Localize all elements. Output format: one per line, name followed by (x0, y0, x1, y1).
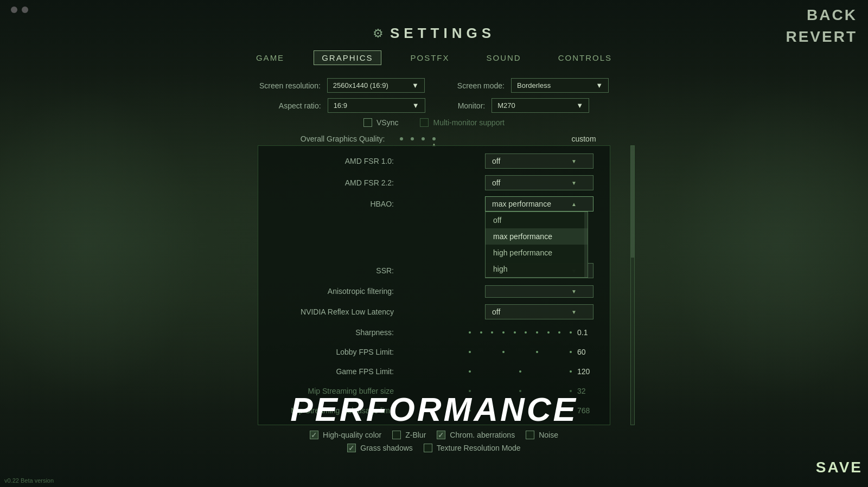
hbao-dropdown[interactable]: max performance ▲ (485, 196, 593, 212)
amd-fsr22-value: off (492, 178, 500, 187)
amd-fsr10-row: AMD FSR 1.0: off ▼ (275, 150, 593, 172)
slider-dot (519, 370, 521, 373)
zblur-label: Z-Blur (405, 431, 426, 439)
high-quality-color-label: High-quality color (323, 431, 381, 439)
tab-sound[interactable]: SOUND (479, 51, 529, 65)
chevron-down-icon-9: ▼ (571, 309, 577, 315)
slider-dot (570, 351, 572, 353)
amd-fsr22-control: off ▼ (394, 175, 593, 190)
slider-dot (469, 370, 471, 373)
vsync-multimonitor-row: VSync Multi-monitor support (0, 116, 868, 129)
version-text: v0.22 Beta version (4, 477, 54, 484)
amd-fsr22-row: AMD FSR 2.2: off ▼ (275, 172, 593, 194)
hbao-value: max performance (492, 200, 551, 208)
vertical-scrollbar[interactable] (630, 145, 635, 425)
back-button[interactable]: BACK (796, 4, 868, 26)
vsync-item[interactable]: VSync (363, 118, 398, 127)
zblur-checkbox[interactable] (392, 431, 401, 439)
hbao-option-max-performance[interactable]: max performance (486, 228, 588, 245)
chevron-down-icon-6: ▼ (571, 180, 577, 186)
slider-dot (469, 351, 471, 353)
nav-tabs: GAME GRAPHICS POSTFX SOUND CONTROLS (0, 44, 868, 74)
nvidia-reflex-dropdown[interactable]: off ▼ (485, 304, 593, 319)
quality-dot-4 (432, 137, 436, 140)
screen-resolution-value: 2560x1440 (16:9) (333, 81, 388, 89)
hbao-option-high[interactable]: high (486, 261, 588, 277)
screen-mode-value: Borderless (517, 81, 551, 89)
main-settings-panel: AMD FSR 1.0: off ▼ AMD FSR 2.2: off ▼ (258, 145, 610, 425)
aspect-ratio-value: 16:9 (334, 101, 347, 110)
quality-dot-2 (411, 137, 414, 140)
window-titlebar (0, 0, 868, 20)
screen-mode-dropdown[interactable]: Borderless ▼ (511, 78, 609, 93)
tab-controls[interactable]: CONTROLS (551, 51, 620, 65)
quality-dot-3 (422, 137, 425, 140)
gear-icon: ⚙ (373, 27, 384, 41)
top-settings: Screen resolution: 2560x1440 (16:9) ▼ Sc… (217, 74, 651, 96)
aspect-ratio-label: Aspect ratio: (279, 101, 321, 110)
tab-graphics[interactable]: GRAPHICS (314, 50, 381, 65)
chevron-down-icon-5: ▼ (571, 158, 577, 164)
sharpness-value: 0.1 (577, 328, 593, 337)
dropdown-scrollbar[interactable] (584, 212, 588, 277)
lobby-fps-slider[interactable] (469, 351, 572, 353)
nvidia-reflex-control: off ▼ (394, 304, 593, 319)
quality-dot-1 (400, 137, 403, 140)
hbao-control: max performance ▲ off max performance hi… (394, 196, 593, 212)
zblur-item[interactable]: Z-Blur (392, 431, 426, 439)
mip-disk-value: 768 (577, 406, 593, 415)
grass-shadows-item[interactable]: ✓ Grass shadows (347, 444, 412, 452)
screen-mode-label: Screen mode: (457, 81, 505, 90)
game-fps-value: 120 (577, 367, 593, 376)
aniso-control: ▼ (394, 285, 593, 298)
window-controls (11, 7, 28, 13)
texture-mode-checkbox[interactable] (424, 444, 432, 452)
lobby-fps-control: 60 (394, 348, 593, 356)
revert-button[interactable]: REVERT (775, 26, 868, 48)
multimonitor-label: Multi-monitor support (433, 118, 505, 127)
quality-value: custom (571, 134, 596, 143)
amd-fsr10-value: off (492, 157, 500, 165)
noise-label: Noise (539, 431, 558, 439)
slider-dot (570, 331, 572, 334)
hbao-option-high-performance[interactable]: high performance (486, 245, 588, 261)
lobby-fps-value: 60 (577, 348, 593, 356)
chevron-down-icon-2: ▼ (596, 81, 603, 89)
grass-shadows-checkbox[interactable]: ✓ (347, 444, 356, 452)
chevron-up-icon: ▲ (571, 201, 577, 207)
vsync-checkbox[interactable] (363, 118, 372, 127)
aniso-dropdown[interactable]: ▼ (485, 285, 593, 298)
maximize-button[interactable] (22, 7, 28, 13)
game-fps-slider[interactable] (469, 370, 572, 373)
tab-postfx[interactable]: POSTFX (403, 51, 457, 65)
monitor-dropdown[interactable]: M270 ▼ (492, 98, 589, 113)
noise-item[interactable]: Noise (526, 431, 558, 439)
multimonitor-checkbox[interactable] (420, 118, 429, 127)
multimonitor-item: Multi-monitor support (420, 118, 505, 127)
mip-buffer-value: 32 (577, 387, 593, 395)
aniso-label: Anisotropic filtering: (275, 287, 394, 296)
tab-game[interactable]: GAME (248, 51, 292, 65)
amd-fsr10-dropdown[interactable]: off ▼ (485, 153, 593, 169)
high-quality-color-item[interactable]: ✓ High-quality color (310, 431, 381, 439)
sharpness-control: 0.1 (394, 328, 593, 337)
hbao-option-off[interactable]: off (486, 212, 588, 228)
aspect-ratio-dropdown[interactable]: 16:9 ▼ (328, 98, 425, 113)
hbao-dropdown-list: off max performance high performance hig… (485, 212, 588, 278)
performance-overlay-text: PERFORMANCE (290, 390, 578, 428)
high-quality-color-checkbox[interactable]: ✓ (310, 431, 318, 439)
slider-dot (536, 351, 538, 353)
slider-dot (491, 331, 493, 334)
minimize-button[interactable] (11, 7, 17, 13)
amd-fsr22-dropdown[interactable]: off ▼ (485, 175, 593, 190)
noise-checkbox[interactable] (526, 431, 534, 439)
quality-slider[interactable] (400, 137, 563, 140)
chrom-item[interactable]: ✓ Chrom. aberrations (437, 431, 515, 439)
screen-resolution-dropdown[interactable]: 2560x1440 (16:9) ▼ (327, 78, 425, 93)
chrom-checkbox[interactable]: ✓ (437, 431, 445, 439)
save-button[interactable]: SAVE (816, 459, 863, 476)
hbao-row: HBAO: max performance ▲ off max performa… (275, 194, 593, 214)
texture-mode-item[interactable]: Texture Resolution Mode (424, 444, 521, 452)
page-title: SETTINGS (390, 25, 495, 42)
sharpness-slider[interactable] (469, 331, 572, 334)
